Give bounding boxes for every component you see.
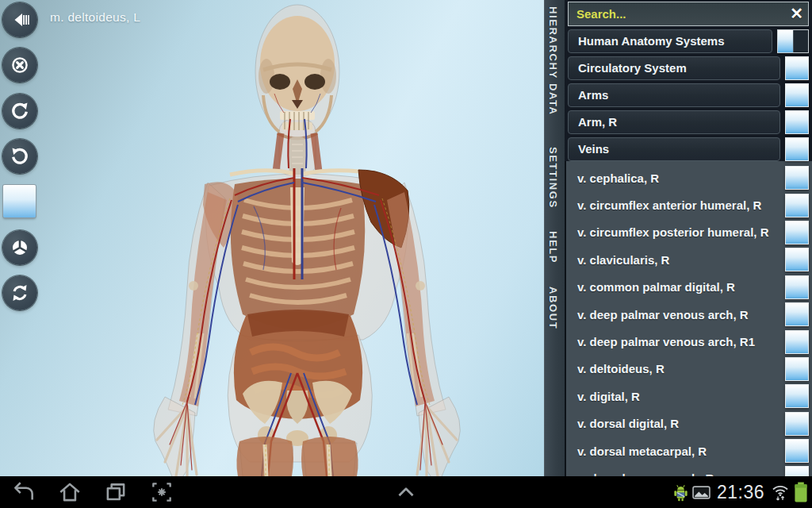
visibility-toggle[interactable] bbox=[785, 83, 809, 107]
list-item[interactable]: Veins bbox=[568, 137, 809, 161]
tab-hierarchy[interactable]: HIERARCHY bbox=[547, 6, 559, 79]
list-item-label: v. dorsal digital, R bbox=[568, 417, 780, 430]
list-item[interactable]: Arms bbox=[568, 83, 809, 107]
list-item[interactable]: v. circumflex anterior humeral, R bbox=[568, 191, 809, 218]
visibility-toggle[interactable] bbox=[785, 412, 809, 436]
hierarchy-panel: ✕ Human Anatomy SystemsCirculatory Syste… bbox=[565, 0, 812, 476]
list-item-label: v. circumflex posterior humeral, R bbox=[568, 225, 780, 239]
list-item-label: Arms bbox=[568, 83, 780, 107]
leaf-list: v. cephalica, Rv. circumflex anterior hu… bbox=[565, 164, 812, 476]
visibility-toggle[interactable] bbox=[785, 221, 809, 244]
list-item[interactable]: v. dorsal venous arch, R bbox=[568, 464, 809, 476]
color-swatch-button[interactable] bbox=[3, 185, 36, 217]
list-item-label: Human Anatomy Systems bbox=[568, 29, 772, 53]
list-item-label: v. digital, R bbox=[568, 390, 780, 403]
rotate-cw-icon bbox=[10, 147, 29, 166]
search-input[interactable] bbox=[568, 2, 809, 26]
visibility-toggle[interactable] bbox=[785, 194, 809, 217]
list-item-label: v. common palmar digital, R bbox=[568, 280, 780, 294]
status-cluster: 21:36 bbox=[673, 476, 808, 508]
list-item[interactable]: v. common palmar digital, R bbox=[568, 274, 809, 301]
chevron-up-icon bbox=[393, 479, 419, 505]
visibility-toggle[interactable] bbox=[777, 29, 809, 53]
parent-list: Human Anatomy SystemsCirculatory SystemA… bbox=[568, 29, 809, 161]
keyboard-collapse[interactable] bbox=[393, 479, 419, 508]
pelvis-graphic bbox=[243, 381, 352, 446]
visibility-toggle[interactable] bbox=[785, 330, 809, 354]
list-item-label: v. deep palmar venous arch, R1 bbox=[568, 335, 780, 348]
list-item-label: Arm, R bbox=[568, 110, 780, 134]
tab-data[interactable]: DATA bbox=[547, 83, 559, 116]
app-screen: m. deltoideus, L bbox=[0, 0, 812, 508]
list-item-label: v. deltoideus, R bbox=[568, 362, 780, 375]
tab-settings[interactable]: SETTINGS bbox=[547, 147, 559, 209]
list-item-label: v. clavicularis, R bbox=[568, 253, 780, 267]
visibility-toggle[interactable] bbox=[785, 439, 809, 463]
list-item-label: v. deep palmar venous arch, R bbox=[568, 308, 780, 321]
wifi-activity-icon bbox=[771, 483, 790, 502]
visibility-toggle[interactable] bbox=[785, 466, 809, 476]
list-item[interactable]: v. circumflex posterior humeral, R bbox=[568, 219, 809, 246]
search-clear-icon[interactable]: ✕ bbox=[790, 4, 803, 23]
rotate-ccw-icon bbox=[10, 102, 29, 121]
list-item[interactable]: v. digital, R bbox=[568, 383, 809, 410]
toggle-on-half bbox=[778, 30, 793, 52]
list-item-label: Circulatory System bbox=[568, 56, 780, 80]
sync-button[interactable] bbox=[2, 275, 37, 310]
panel-top-zone: ✕ Human Anatomy SystemsCirculatory Syste… bbox=[565, 0, 812, 161]
skip-back-button[interactable] bbox=[2, 2, 37, 37]
android-usb-icon bbox=[673, 483, 688, 502]
recent-apps-icon[interactable] bbox=[103, 479, 128, 505]
sync-arrows-icon bbox=[10, 283, 29, 302]
toggle-off-half bbox=[793, 30, 809, 52]
rotate-cw-button[interactable] bbox=[2, 139, 37, 174]
side-tabbar: HIERARCHYDATASETTINGSHELPABOUT bbox=[544, 0, 565, 476]
visibility-toggle[interactable] bbox=[785, 248, 809, 271]
list-item[interactable]: Circulatory System bbox=[568, 56, 809, 80]
pie-segments-icon bbox=[10, 238, 29, 257]
list-item[interactable]: v. deep palmar venous arch, R bbox=[568, 301, 809, 328]
search-row: ✕ bbox=[568, 2, 809, 26]
anatomy-model[interactable] bbox=[0, 0, 544, 476]
screen-capture-icon[interactable] bbox=[149, 479, 174, 505]
visibility-toggle[interactable] bbox=[785, 56, 809, 80]
visibility-toggle[interactable] bbox=[785, 384, 809, 408]
selected-structure-label: m. deltoideus, L bbox=[50, 10, 140, 25]
list-item-label: Veins bbox=[568, 137, 780, 161]
home-icon[interactable] bbox=[57, 479, 82, 505]
list-item-label: v. dorsal metacarpal, R bbox=[568, 444, 780, 458]
visibility-toggle[interactable] bbox=[785, 137, 809, 161]
list-item[interactable]: v. dorsal metacarpal, R bbox=[568, 437, 809, 464]
rotate-ccw-button[interactable] bbox=[2, 94, 37, 129]
list-item[interactable]: Arm, R bbox=[568, 110, 809, 134]
list-item-label: v. circumflex anterior humeral, R bbox=[568, 198, 780, 212]
clock: 21:36 bbox=[717, 482, 764, 503]
list-item[interactable]: Human Anatomy Systems bbox=[568, 29, 809, 53]
system-navbar: 21:36 bbox=[0, 476, 812, 508]
visibility-toggle[interactable] bbox=[785, 302, 809, 326]
visibility-toggle[interactable] bbox=[785, 357, 809, 381]
visibility-toggle[interactable] bbox=[785, 275, 809, 299]
screenshot-notification-icon bbox=[692, 484, 710, 500]
pie-segments-button[interactable] bbox=[2, 230, 37, 265]
list-item[interactable]: v. clavicularis, R bbox=[568, 246, 809, 273]
skip-back-icon bbox=[10, 10, 29, 29]
battery-full-icon bbox=[794, 482, 808, 502]
visibility-toggle[interactable] bbox=[785, 110, 809, 134]
list-item-label: v. cephalica, R bbox=[568, 171, 780, 185]
visibility-toggle[interactable] bbox=[785, 166, 809, 190]
nav-buttons bbox=[11, 479, 174, 505]
list-item[interactable]: v. deep palmar venous arch, R1 bbox=[568, 328, 809, 355]
tab-help[interactable]: HELP bbox=[547, 231, 559, 264]
close-button[interactable] bbox=[2, 48, 37, 83]
list-item[interactable]: v. deltoideus, R bbox=[568, 356, 809, 383]
back-icon[interactable] bbox=[11, 479, 36, 505]
list-item[interactable]: v. cephalica, R bbox=[568, 164, 809, 191]
list-item[interactable]: v. dorsal digital, R bbox=[568, 410, 809, 437]
model-viewport[interactable]: m. deltoideus, L bbox=[0, 0, 544, 476]
tab-about[interactable]: ABOUT bbox=[547, 287, 559, 329]
close-circle-icon bbox=[10, 56, 29, 75]
